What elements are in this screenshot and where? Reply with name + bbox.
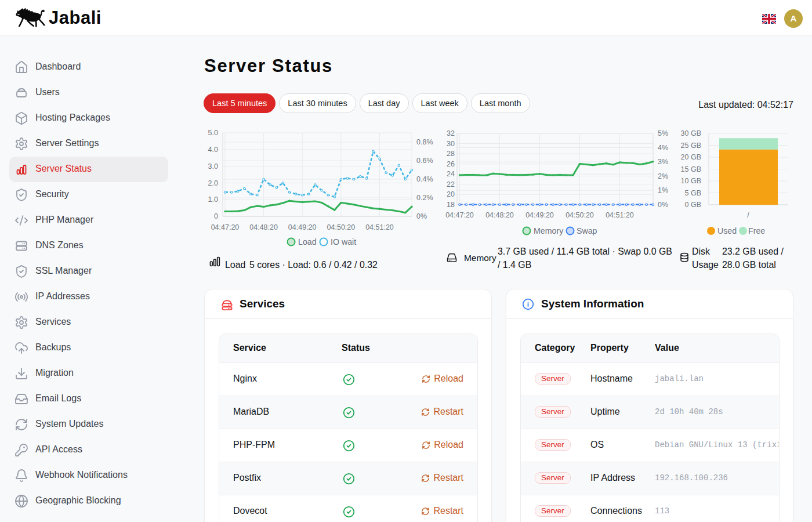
- svg-text:04:50:20: 04:50:20: [327, 223, 356, 231]
- svg-text:1%: 1%: [658, 186, 668, 194]
- svg-text:0 GB: 0 GB: [685, 201, 702, 209]
- svg-text:22: 22: [447, 180, 455, 188]
- svg-text:Usage: Usage: [692, 260, 719, 270]
- svg-text:Load: Load: [225, 260, 245, 270]
- svg-text:0%: 0%: [658, 201, 668, 209]
- svg-text:/: /: [747, 211, 749, 219]
- svg-text:28.0 GB total: 28.0 GB total: [722, 260, 776, 270]
- svg-text:2.0: 2.0: [208, 179, 218, 187]
- svg-text:26: 26: [447, 160, 455, 168]
- svg-text:30: 30: [447, 140, 455, 148]
- svg-text:25 GB: 25 GB: [681, 142, 701, 150]
- svg-text:32: 32: [447, 129, 455, 137]
- svg-text:23.2 GB used /: 23.2 GB used /: [722, 246, 784, 256]
- svg-text:Load: Load: [298, 237, 317, 246]
- svg-text:0.8%: 0.8%: [416, 138, 433, 146]
- svg-text:04:48:20: 04:48:20: [485, 211, 514, 219]
- svg-text:18: 18: [447, 201, 455, 209]
- svg-text:0: 0: [214, 212, 218, 220]
- svg-text:2%: 2%: [658, 172, 668, 180]
- svg-text:10 GB: 10 GB: [681, 177, 701, 185]
- svg-text:5%: 5%: [658, 129, 668, 137]
- svg-text:0.4%: 0.4%: [416, 175, 433, 183]
- svg-text:0%: 0%: [416, 212, 427, 220]
- svg-text:04:49:20: 04:49:20: [525, 211, 554, 219]
- svg-text:/ 1.4 GB: / 1.4 GB: [498, 260, 531, 270]
- svg-text:IO wait: IO wait: [331, 237, 356, 246]
- svg-text:04:51:20: 04:51:20: [365, 223, 394, 231]
- svg-text:04:49:20: 04:49:20: [288, 223, 317, 231]
- svg-text:28: 28: [447, 150, 455, 158]
- svg-text:3%: 3%: [658, 158, 668, 166]
- svg-text:5.0: 5.0: [208, 129, 218, 137]
- svg-text:04:51:20: 04:51:20: [606, 211, 634, 219]
- svg-text:04:47:20: 04:47:20: [445, 211, 474, 219]
- svg-text:4.0: 4.0: [208, 146, 218, 154]
- svg-text:24: 24: [447, 170, 455, 178]
- svg-text:Used: Used: [717, 226, 737, 235]
- svg-text:Free: Free: [748, 226, 765, 235]
- svg-text:0.2%: 0.2%: [416, 194, 433, 202]
- svg-text:04:48:20: 04:48:20: [249, 223, 278, 231]
- svg-text:04:47:20: 04:47:20: [211, 223, 240, 231]
- svg-text:3.0: 3.0: [208, 162, 218, 171]
- svg-text:0.6%: 0.6%: [416, 157, 433, 165]
- svg-text:Memory: Memory: [464, 253, 496, 263]
- svg-text:1.0: 1.0: [208, 195, 218, 204]
- svg-text:15 GB: 15 GB: [681, 165, 701, 173]
- svg-text:Swap: Swap: [577, 226, 597, 235]
- svg-text:Memory: Memory: [534, 226, 564, 235]
- svg-text:30 GB: 30 GB: [681, 129, 701, 137]
- svg-text:5 GB: 5 GB: [685, 189, 702, 197]
- svg-text:5 cores · Load: 0.6 / 0.42 / 0: 5 cores · Load: 0.6 / 0.42 / 0.32: [249, 260, 378, 270]
- svg-text:4%: 4%: [658, 144, 668, 152]
- svg-text:3.7 GB used / 11.4 GB total ·: 3.7 GB used / 11.4 GB total · Swap 0.0 G…: [498, 246, 672, 256]
- svg-text:20 GB: 20 GB: [681, 153, 701, 161]
- svg-text:04:50:20: 04:50:20: [566, 211, 594, 219]
- svg-text:Disk: Disk: [692, 246, 710, 256]
- svg-text:20: 20: [447, 190, 455, 198]
